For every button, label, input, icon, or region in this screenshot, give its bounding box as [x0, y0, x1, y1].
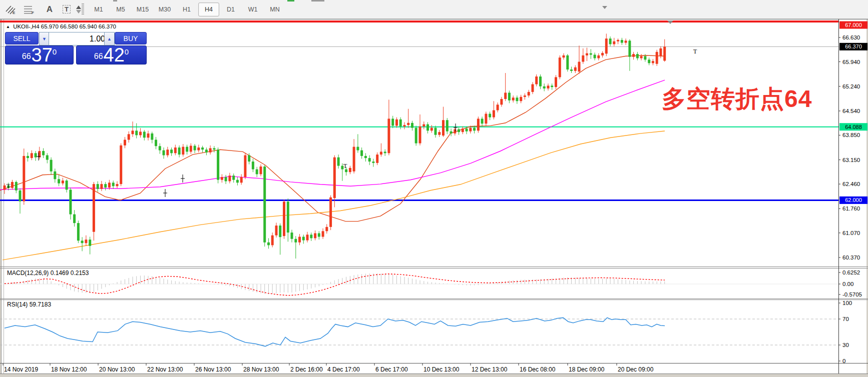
candle [116, 184, 119, 186]
candle [663, 46, 666, 60]
candle [644, 56, 646, 60]
macd-axis-label: -0.5705 [842, 292, 862, 298]
candle [551, 86, 553, 87]
buy-price-button[interactable]: 66 42 0 [76, 46, 147, 64]
candle [500, 99, 503, 104]
candle [155, 140, 157, 146]
candle [372, 162, 374, 163]
candle [563, 56, 565, 58]
volume-increment-button[interactable]: ▲ [104, 32, 115, 46]
buy-price-sup: 0 [125, 48, 129, 56]
text-icon-glyph: A [47, 4, 53, 14]
candle [19, 190, 22, 202]
candle [147, 134, 150, 138]
rsi-axis-label: 70 [842, 316, 849, 322]
candle [360, 150, 363, 156]
toolbar-grip[interactable] [82, 4, 84, 16]
date-tick-label: 10 Dec 13:00 [423, 366, 460, 373]
text-icon[interactable]: A [42, 2, 57, 16]
timeframe-mn[interactable]: MN [264, 2, 285, 16]
candle [283, 202, 285, 236]
candle [244, 156, 246, 178]
arrow-style-icon[interactable] [75, 2, 82, 16]
candle [197, 148, 200, 150]
candle [135, 130, 138, 135]
price-badge-value: 62.000 [845, 197, 862, 203]
volume-input[interactable] [49, 32, 110, 46]
candle [182, 147, 184, 155]
candle [166, 150, 169, 155]
candle [124, 140, 126, 146]
date-tick-label: 18 Dec 09:00 [569, 366, 605, 373]
svg-text:F: F [32, 10, 34, 14]
candle [73, 214, 76, 224]
candle [85, 240, 87, 243]
candle [462, 128, 464, 132]
volume-decrement-button[interactable]: ▼ [39, 32, 50, 46]
sell-button[interactable]: SELL [5, 32, 39, 44]
candle [528, 92, 530, 96]
timeframe-w1[interactable]: W1 [242, 2, 263, 16]
rsi-axis-label: 30 [842, 342, 849, 348]
candle [636, 54, 639, 58]
price-tick-label: 60.370 [842, 254, 860, 260]
candle [574, 68, 577, 71]
candle [77, 223, 80, 240]
candle [368, 158, 371, 162]
date-tick-label: 2 Dec 16:00 [290, 366, 323, 373]
candle [454, 130, 456, 134]
candle [50, 160, 53, 172]
candle [27, 156, 29, 158]
timeframe-m30[interactable]: M30 [154, 2, 175, 16]
buy-button[interactable]: BUY [115, 32, 147, 44]
candle [435, 128, 437, 135]
timeframe-m5[interactable]: M5 [110, 2, 131, 16]
candle [174, 148, 177, 153]
candle [240, 177, 243, 182]
timeframe-h4[interactable]: H4 [198, 2, 219, 16]
candle [318, 234, 320, 237]
candle [547, 86, 550, 88]
rsi-axis-label: 100 [842, 300, 852, 306]
candle [279, 226, 281, 237]
candle [205, 150, 208, 152]
candle [132, 130, 134, 134]
text-label-icon[interactable]: T [59, 2, 74, 16]
candle [535, 76, 538, 84]
candle [524, 96, 526, 97]
candle [387, 118, 390, 153]
price-tick-label: 63.150 [842, 157, 860, 163]
toolbar-overflow-icon[interactable] [602, 6, 607, 9]
price-tick-label: 66.630 [842, 34, 860, 40]
timeframe-d1[interactable]: D1 [220, 2, 241, 16]
candle [543, 86, 546, 88]
fibonacci-icon[interactable]: F [22, 2, 37, 16]
candle [419, 126, 421, 144]
candle [302, 237, 305, 240]
candle [458, 130, 460, 132]
candle [349, 168, 351, 172]
candle [194, 146, 196, 150]
candle [15, 182, 18, 190]
timeframe-m1[interactable]: M1 [88, 2, 109, 16]
candle [539, 76, 542, 86]
timeframe-m15[interactable]: M15 [132, 2, 153, 16]
candle [143, 132, 146, 138]
candle [46, 156, 49, 160]
candle [209, 148, 212, 152]
macd-label: MACD(12,26,9) 0.1469 0.2153 [7, 270, 89, 276]
equidistant-channel-icon[interactable]: E [3, 2, 18, 16]
candle [263, 166, 266, 242]
sell-price-button[interactable]: 66 37 0 [5, 46, 74, 64]
candle [170, 150, 173, 153]
candle [422, 124, 425, 126]
candle [294, 239, 297, 242]
candle [446, 120, 449, 132]
timeframe-h1[interactable]: H1 [176, 2, 197, 16]
candle [353, 147, 355, 172]
candle [384, 152, 386, 153]
panel-toggle-icon[interactable]: ▲ [6, 24, 10, 29]
date-tick-label: 22 Nov 13:00 [147, 366, 183, 373]
date-tick-label: 18 Nov 12:00 [51, 366, 87, 373]
candle [516, 98, 518, 101]
